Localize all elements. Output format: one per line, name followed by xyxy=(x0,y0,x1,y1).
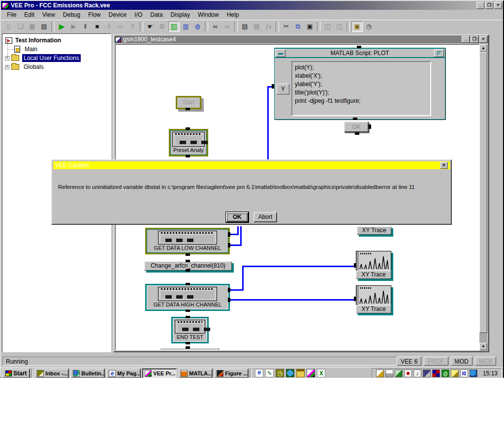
resume-icon[interactable]: ▶ xyxy=(68,21,79,32)
pen-tablet-icon[interactable] xyxy=(395,369,403,377)
canvas-vertical-scrollbar[interactable]: ▲ ▼ xyxy=(479,44,487,350)
tree-item-main[interactable]: Main xyxy=(2,45,111,54)
matlab-code-editor[interactable]: plot(Y);xlabel('X');ylabel('Y');title('p… xyxy=(291,61,431,116)
mouse-settings-icon[interactable] xyxy=(385,369,393,377)
step-into-icon[interactable]: ⇩ xyxy=(103,21,115,32)
volume-icon[interactable]: ♪ xyxy=(413,369,421,377)
internet-connection-icon[interactable] xyxy=(470,369,477,377)
object-maximize-icon[interactable]: ◸ xyxy=(434,49,444,57)
main-titlebar[interactable]: VEE Pro - FCC Emissions Rack.vee _ ❐ × xyxy=(1,1,503,10)
task-inbox[interactable]: Inbox -... xyxy=(34,368,69,378)
xy-trace-object[interactable]: XY Trace xyxy=(357,226,391,235)
internet-explorer-icon[interactable] xyxy=(255,369,263,377)
paste-icon[interactable]: ▣ xyxy=(304,21,315,32)
instrument-manager-icon[interactable]: ▤ xyxy=(251,21,262,32)
run-icon[interactable]: ▶ xyxy=(56,21,67,32)
close-button[interactable]: × xyxy=(494,2,502,9)
image-editor-icon[interactable]: ✎ xyxy=(265,369,274,377)
menu-window[interactable]: Window xyxy=(194,10,223,19)
menu-data[interactable]: Data xyxy=(146,10,166,19)
get-data-low-channel-object[interactable]: GET DATA LOW CHANNEL xyxy=(145,228,230,254)
new-icon[interactable]: ▯ xyxy=(3,21,14,32)
panel-view-icon[interactable]: ▣ xyxy=(351,21,363,32)
show-terminals-icon[interactable]: ▥ xyxy=(168,21,180,32)
step-out-icon[interactable]: ⇧ xyxy=(127,21,138,32)
get-data-high-channel-object[interactable]: GET DATA HIGH CHANNEL xyxy=(145,284,230,311)
task-bulletin[interactable]: Bulletin... xyxy=(70,368,105,378)
menu-file[interactable]: File xyxy=(3,10,20,19)
menu-device[interactable]: Device xyxy=(105,10,131,19)
print-icon[interactable]: ▤ xyxy=(38,21,50,32)
at-messenger-icon[interactable]: @ xyxy=(441,369,449,377)
start-button[interactable]: Start xyxy=(2,368,30,378)
step-over-icon[interactable]: ⇨ xyxy=(115,21,126,32)
caution-ok-button[interactable]: OK xyxy=(226,212,249,222)
caution-titlebar[interactable]: VEE Caution × xyxy=(53,161,450,169)
menu-display[interactable]: Display xyxy=(167,10,194,19)
security-key-icon[interactable] xyxy=(376,369,384,377)
menu-debug[interactable]: Debug xyxy=(59,10,84,19)
web-globe-icon[interactable]: ◍ xyxy=(192,21,203,32)
pause-icon[interactable]: ‖ xyxy=(80,21,91,32)
io-utility-icon[interactable]: I0 xyxy=(460,369,468,377)
menu-flow[interactable]: Flow xyxy=(84,10,104,19)
object-minimize-icon[interactable]: ▬ xyxy=(276,49,285,57)
create-userobject-icon[interactable]: ◫ xyxy=(322,21,333,32)
expand-plus-icon[interactable]: + xyxy=(5,65,9,69)
task-mypage[interactable]: My Pag... xyxy=(106,368,141,378)
properties-icon[interactable]: ▤ xyxy=(239,21,251,32)
scroll-up-icon[interactable]: ▲ xyxy=(479,44,487,52)
folder-shortcut-icon[interactable] xyxy=(296,369,305,377)
cut-icon[interactable]: ✂ xyxy=(281,21,292,32)
menu-io[interactable]: I/O xyxy=(130,10,146,19)
globe-icon[interactable] xyxy=(286,369,294,377)
task-vee-pro-active[interactable]: VEE Pr... xyxy=(142,368,177,378)
input-terminal-y[interactable]: Y xyxy=(277,84,289,94)
ok-confirm-object[interactable]: OK xyxy=(344,122,369,132)
timer-icon[interactable]: ◷ xyxy=(363,21,375,32)
start-object[interactable]: Start xyxy=(176,96,201,109)
child-restore-button[interactable]: ❐ xyxy=(471,36,478,43)
taskbar-clock[interactable]: 15:13 xyxy=(483,370,498,377)
pan-hand-icon[interactable]: ☛ xyxy=(145,21,156,32)
excel-icon[interactable]: X xyxy=(317,369,325,377)
scrollbar-thumb[interactable] xyxy=(479,52,487,333)
tree-item-local-user-functions[interactable]: + Local User Functions xyxy=(2,54,111,62)
clone-icon[interactable]: ⧉ xyxy=(157,21,168,32)
restore-button[interactable]: ❐ xyxy=(485,2,493,9)
xy-trace-object[interactable]: XY Trace xyxy=(356,251,391,279)
caution-abort-button[interactable]: Abort xyxy=(253,212,278,222)
task-matlab[interactable]: MATLA... xyxy=(178,368,213,378)
xy-trace-object[interactable]: XY Trace xyxy=(356,285,391,313)
antivirus-shield-icon[interactable] xyxy=(432,369,440,377)
menu-edit[interactable]: Edit xyxy=(20,10,38,19)
save-icon[interactable]: ▦ xyxy=(27,21,38,32)
tree-item-globals[interactable]: + Globals xyxy=(2,62,111,71)
caution-close-icon[interactable]: × xyxy=(440,162,448,169)
network-icon[interactable] xyxy=(404,369,412,377)
vee-shortcut-icon[interactable] xyxy=(307,369,315,377)
stop-icon[interactable]: ■ xyxy=(92,21,103,32)
minimize-button[interactable]: _ xyxy=(476,2,484,9)
find-icon[interactable]: ∞ xyxy=(210,21,221,32)
copy-icon[interactable]: ⧉ xyxy=(292,21,304,32)
child-minimize-button[interactable]: _ xyxy=(462,36,470,43)
menu-view[interactable]: View xyxy=(38,10,59,19)
find-next-icon[interactable]: ∞ xyxy=(221,21,233,32)
menu-help[interactable]: Help xyxy=(223,10,243,19)
child-close-button[interactable]: × xyxy=(479,36,487,43)
expand-userobject-icon[interactable]: ◫ xyxy=(334,21,345,32)
display-settings-icon[interactable] xyxy=(423,369,431,377)
task-figure[interactable]: Figure ... xyxy=(214,368,249,378)
scroll-down-icon[interactable]: ▼ xyxy=(479,343,487,350)
function-math-icon[interactable]: ƒx xyxy=(263,21,274,32)
child-titlebar[interactable]: gsm1900_testcase4 _ ❐ × xyxy=(114,35,488,43)
end-test-object[interactable]: END TEST xyxy=(171,317,209,343)
preset-analy-object[interactable]: Preset Analy xyxy=(169,129,208,156)
modem-icon[interactable] xyxy=(451,369,459,377)
scheduler-icon[interactable]: ◷ xyxy=(276,369,284,377)
open-icon[interactable]: ❏ xyxy=(15,21,26,32)
add-terminal-icon[interactable]: ▥ xyxy=(180,21,191,32)
matlab-script-titlebar[interactable]: ▬ MATLAB Script: PLOT ◸ xyxy=(275,48,445,58)
matlab-script-object[interactable]: ▬ MATLAB Script: PLOT ◸ Y plot(Y);xlabel… xyxy=(274,48,445,120)
